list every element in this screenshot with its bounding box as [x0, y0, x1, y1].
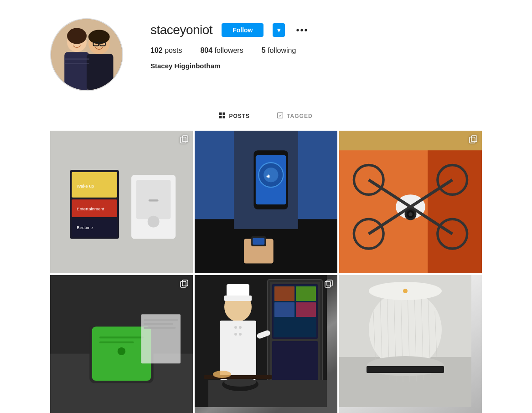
tab-tagged[interactable]: TAGGED	[277, 105, 312, 127]
svg-rect-28	[149, 199, 159, 201]
follow-dropdown-button[interactable]: ▾	[273, 23, 285, 37]
svg-point-58	[408, 212, 413, 216]
multi-post-icon	[325, 280, 333, 290]
svg-point-89	[239, 326, 242, 329]
svg-rect-99	[327, 280, 332, 286]
profile-section: staceyoniot Follow ▾ ••• 102 posts 804 f…	[0, 0, 532, 105]
svg-rect-67	[99, 342, 134, 343]
post-item[interactable]	[339, 131, 482, 273]
more-options-button[interactable]: •••	[294, 25, 310, 36]
svg-rect-2	[64, 52, 89, 90]
svg-rect-86	[224, 296, 252, 301]
svg-rect-83	[296, 302, 316, 317]
svg-rect-66	[99, 337, 144, 338]
posts-stat[interactable]: 102 posts	[150, 46, 182, 55]
followers-count: 804	[200, 46, 212, 54]
tagged-tab-icon	[277, 112, 283, 120]
svg-rect-70	[144, 323, 173, 325]
svg-point-97	[213, 371, 231, 378]
dropdown-icon: ▾	[277, 26, 280, 34]
svg-rect-69	[144, 319, 178, 321]
svg-rect-68	[141, 314, 181, 363]
full-name: Stacey Higginbotham	[150, 62, 496, 70]
multi-post-icon	[180, 135, 188, 146]
svg-text:Entertainment: Entertainment	[77, 206, 104, 211]
following-stat[interactable]: 5 following	[262, 46, 296, 55]
following-count: 5	[262, 46, 266, 54]
svg-rect-12	[219, 112, 222, 115]
post-item[interactable]	[50, 275, 193, 413]
posts-tab-label: POSTS	[229, 113, 250, 119]
svg-rect-30	[182, 136, 188, 142]
posts-tab-icon	[219, 112, 225, 120]
profile-info: staceyoniot Follow ▾ ••• 102 posts 804 f…	[150, 18, 496, 70]
svg-rect-82	[274, 302, 294, 317]
svg-rect-81	[296, 286, 316, 301]
svg-point-6	[88, 30, 110, 44]
svg-rect-16	[278, 113, 283, 118]
following-label: following	[268, 46, 296, 54]
svg-rect-73	[182, 280, 188, 286]
svg-point-65	[118, 347, 125, 355]
svg-point-3	[67, 28, 87, 44]
stats-row: 102 posts 804 followers 5 following	[150, 46, 496, 55]
svg-text:◉: ◉	[266, 173, 270, 178]
svg-rect-5	[87, 54, 114, 90]
tagged-tab-label: TAGGED	[287, 113, 312, 119]
svg-rect-72	[181, 281, 186, 287]
post-item[interactable]	[339, 275, 482, 413]
svg-rect-15	[223, 116, 226, 119]
svg-rect-45	[428, 131, 482, 273]
svg-rect-87	[220, 321, 256, 380]
svg-rect-115	[367, 366, 444, 373]
post-item[interactable]	[195, 275, 337, 413]
svg-rect-80	[274, 286, 294, 301]
svg-point-90	[234, 333, 237, 336]
svg-rect-46	[339, 131, 482, 150]
tab-posts[interactable]: POSTS	[219, 105, 250, 127]
avatar[interactable]	[50, 18, 123, 91]
post-item[interactable]: ◉	[195, 131, 337, 273]
multi-post-icon	[469, 135, 477, 146]
svg-text:Bedtime: Bedtime	[77, 225, 93, 230]
svg-rect-71	[144, 327, 176, 328]
svg-rect-42	[253, 238, 264, 245]
svg-point-116	[403, 289, 408, 293]
tabs-section: POSTS TAGGED	[36, 105, 496, 127]
svg-point-91	[239, 333, 242, 336]
svg-rect-98	[325, 281, 331, 287]
follow-button[interactable]: Follow	[222, 23, 263, 37]
followers-stat[interactable]: 804 followers	[200, 46, 243, 55]
svg-rect-13	[223, 112, 226, 115]
profile-top-row: staceyoniot Follow ▾ •••	[150, 23, 496, 37]
svg-point-27	[148, 216, 160, 228]
followers-label: followers	[215, 46, 243, 54]
posts-count: 102	[150, 46, 163, 54]
username: staceyoniot	[150, 23, 212, 37]
svg-rect-60	[471, 136, 477, 142]
multi-post-icon	[180, 280, 188, 290]
posts-label: posts	[165, 46, 182, 54]
svg-point-88	[234, 326, 237, 329]
posts-grid: Wake up Entertainment Bedtime	[0, 127, 532, 413]
svg-rect-14	[219, 116, 222, 119]
svg-rect-59	[470, 137, 475, 143]
svg-text:Wake up: Wake up	[77, 184, 94, 189]
post-item[interactable]: Wake up Entertainment Bedtime	[50, 131, 193, 273]
svg-rect-29	[181, 137, 186, 143]
